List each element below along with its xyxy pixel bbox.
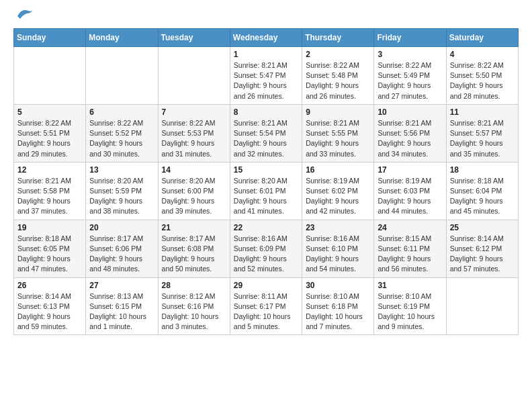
- calendar-week-row: 26Sunrise: 8:14 AM Sunset: 6:13 PM Dayli…: [14, 277, 519, 335]
- calendar-cell: 11Sunrise: 8:21 AM Sunset: 5:57 PM Dayli…: [446, 104, 518, 162]
- day-info: Sunrise: 8:20 AM Sunset: 5:59 PM Dayligh…: [89, 176, 154, 217]
- day-number: 28: [162, 281, 226, 290]
- calendar-cell: 9Sunrise: 8:21 AM Sunset: 5:55 PM Daylig…: [302, 104, 374, 162]
- day-info: Sunrise: 8:21 AM Sunset: 5:47 PM Dayligh…: [234, 60, 298, 101]
- day-info: Sunrise: 8:17 AM Sunset: 6:06 PM Dayligh…: [89, 234, 154, 275]
- day-number: 17: [378, 165, 442, 175]
- logo-bird-icon: [15, 7, 35, 21]
- calendar-cell: 4Sunrise: 8:22 AM Sunset: 5:50 PM Daylig…: [446, 47, 518, 105]
- calendar-header-tuesday: Tuesday: [158, 29, 230, 47]
- page: SundayMondayTuesdayWednesdayThursdayFrid…: [0, 0, 532, 347]
- day-info: Sunrise: 8:21 AM Sunset: 5:57 PM Dayligh…: [450, 118, 515, 159]
- calendar-week-row: 12Sunrise: 8:21 AM Sunset: 5:58 PM Dayli…: [14, 162, 519, 220]
- day-number: 16: [306, 165, 370, 175]
- calendar-cell: 29Sunrise: 8:11 AM Sunset: 6:17 PM Dayli…: [230, 277, 302, 335]
- day-info: Sunrise: 8:19 AM Sunset: 6:02 PM Dayligh…: [306, 176, 370, 217]
- calendar-cell: 27Sunrise: 8:13 AM Sunset: 6:15 PM Dayli…: [86, 277, 158, 335]
- day-number: 22: [234, 223, 298, 232]
- day-number: 31: [378, 281, 442, 290]
- calendar-cell: 25Sunrise: 8:14 AM Sunset: 6:12 PM Dayli…: [446, 220, 518, 277]
- calendar-cell: 23Sunrise: 8:16 AM Sunset: 6:10 PM Dayli…: [302, 220, 374, 277]
- calendar-cell: 31Sunrise: 8:10 AM Sunset: 6:19 PM Dayli…: [374, 277, 446, 335]
- day-info: Sunrise: 8:21 AM Sunset: 5:56 PM Dayligh…: [378, 118, 442, 159]
- calendar-cell: 26Sunrise: 8:14 AM Sunset: 6:13 PM Dayli…: [14, 277, 86, 335]
- day-number: 14: [162, 165, 226, 175]
- day-info: Sunrise: 8:18 AM Sunset: 6:04 PM Dayligh…: [450, 176, 515, 217]
- day-info: Sunrise: 8:14 AM Sunset: 6:13 PM Dayligh…: [17, 291, 82, 332]
- calendar-cell: 19Sunrise: 8:18 AM Sunset: 6:05 PM Dayli…: [14, 220, 86, 277]
- calendar-week-row: 1Sunrise: 8:21 AM Sunset: 5:47 PM Daylig…: [14, 47, 519, 105]
- day-info: Sunrise: 8:11 AM Sunset: 6:17 PM Dayligh…: [234, 291, 298, 332]
- day-number: 25: [450, 223, 515, 232]
- calendar-cell: 15Sunrise: 8:20 AM Sunset: 6:01 PM Dayli…: [230, 162, 302, 220]
- day-number: 24: [378, 223, 442, 232]
- calendar-cell: 21Sunrise: 8:17 AM Sunset: 6:08 PM Dayli…: [158, 220, 230, 277]
- calendar-cell: 17Sunrise: 8:19 AM Sunset: 6:03 PM Dayli…: [374, 162, 446, 220]
- day-info: Sunrise: 8:14 AM Sunset: 6:12 PM Dayligh…: [450, 234, 515, 275]
- day-info: Sunrise: 8:18 AM Sunset: 6:05 PM Dayligh…: [17, 234, 82, 275]
- day-info: Sunrise: 8:12 AM Sunset: 6:16 PM Dayligh…: [162, 291, 226, 332]
- day-number: 18: [450, 165, 515, 175]
- day-number: 10: [378, 107, 442, 117]
- calendar-cell: [86, 47, 158, 105]
- calendar-header-row: SundayMondayTuesdayWednesdayThursdayFrid…: [14, 29, 519, 47]
- day-info: Sunrise: 8:22 AM Sunset: 5:48 PM Dayligh…: [306, 60, 370, 101]
- day-info: Sunrise: 8:16 AM Sunset: 6:09 PM Dayligh…: [234, 234, 298, 275]
- day-info: Sunrise: 8:13 AM Sunset: 6:15 PM Dayligh…: [89, 291, 154, 332]
- day-number: 27: [89, 281, 154, 290]
- calendar-header-sunday: Sunday: [14, 29, 86, 47]
- day-info: Sunrise: 8:16 AM Sunset: 6:10 PM Dayligh…: [306, 234, 370, 275]
- day-number: 1: [234, 50, 298, 59]
- calendar: SundayMondayTuesdayWednesdayThursdayFrid…: [13, 28, 519, 335]
- calendar-cell: 16Sunrise: 8:19 AM Sunset: 6:02 PM Dayli…: [302, 162, 374, 220]
- calendar-header-monday: Monday: [86, 29, 158, 47]
- day-number: 20: [89, 223, 154, 232]
- calendar-cell: 2Sunrise: 8:22 AM Sunset: 5:48 PM Daylig…: [302, 47, 374, 105]
- calendar-week-row: 5Sunrise: 8:22 AM Sunset: 5:51 PM Daylig…: [14, 104, 519, 162]
- calendar-cell: 28Sunrise: 8:12 AM Sunset: 6:16 PM Dayli…: [158, 277, 230, 335]
- logo: [13, 12, 35, 21]
- day-number: 30: [306, 281, 370, 290]
- day-number: 5: [17, 107, 82, 117]
- day-number: 6: [89, 107, 154, 117]
- day-info: Sunrise: 8:21 AM Sunset: 5:58 PM Dayligh…: [17, 176, 82, 217]
- day-number: 12: [17, 165, 82, 175]
- day-number: 26: [17, 281, 82, 290]
- calendar-cell: 10Sunrise: 8:21 AM Sunset: 5:56 PM Dayli…: [374, 104, 446, 162]
- day-number: 3: [378, 50, 442, 59]
- calendar-cell: 5Sunrise: 8:22 AM Sunset: 5:51 PM Daylig…: [14, 104, 86, 162]
- calendar-cell: 13Sunrise: 8:20 AM Sunset: 5:59 PM Dayli…: [86, 162, 158, 220]
- calendar-cell: [14, 47, 86, 105]
- calendar-header-friday: Friday: [374, 29, 446, 47]
- calendar-cell: 30Sunrise: 8:10 AM Sunset: 6:18 PM Dayli…: [302, 277, 374, 335]
- day-info: Sunrise: 8:22 AM Sunset: 5:53 PM Dayligh…: [162, 118, 226, 159]
- day-number: 21: [162, 223, 226, 232]
- calendar-cell: 24Sunrise: 8:15 AM Sunset: 6:11 PM Dayli…: [374, 220, 446, 277]
- calendar-cell: 12Sunrise: 8:21 AM Sunset: 5:58 PM Dayli…: [14, 162, 86, 220]
- day-info: Sunrise: 8:21 AM Sunset: 5:55 PM Dayligh…: [306, 118, 370, 159]
- day-info: Sunrise: 8:10 AM Sunset: 6:18 PM Dayligh…: [306, 291, 370, 332]
- day-info: Sunrise: 8:19 AM Sunset: 6:03 PM Dayligh…: [378, 176, 442, 217]
- day-info: Sunrise: 8:22 AM Sunset: 5:52 PM Dayligh…: [89, 118, 154, 159]
- calendar-cell: 3Sunrise: 8:22 AM Sunset: 5:49 PM Daylig…: [374, 47, 446, 105]
- day-number: 19: [17, 223, 82, 232]
- day-number: 15: [234, 165, 298, 175]
- day-info: Sunrise: 8:10 AM Sunset: 6:19 PM Dayligh…: [378, 291, 442, 332]
- calendar-cell: 14Sunrise: 8:20 AM Sunset: 6:00 PM Dayli…: [158, 162, 230, 220]
- day-info: Sunrise: 8:21 AM Sunset: 5:54 PM Dayligh…: [234, 118, 298, 159]
- day-number: 2: [306, 50, 370, 59]
- day-info: Sunrise: 8:22 AM Sunset: 5:50 PM Dayligh…: [450, 60, 515, 101]
- day-info: Sunrise: 8:22 AM Sunset: 5:51 PM Dayligh…: [17, 118, 82, 159]
- day-number: 9: [306, 107, 370, 117]
- day-info: Sunrise: 8:22 AM Sunset: 5:49 PM Dayligh…: [378, 60, 442, 101]
- calendar-cell: 6Sunrise: 8:22 AM Sunset: 5:52 PM Daylig…: [86, 104, 158, 162]
- day-number: 7: [162, 107, 226, 117]
- calendar-cell: 7Sunrise: 8:22 AM Sunset: 5:53 PM Daylig…: [158, 104, 230, 162]
- calendar-cell: 18Sunrise: 8:18 AM Sunset: 6:04 PM Dayli…: [446, 162, 518, 220]
- day-number: 4: [450, 50, 515, 59]
- calendar-header-thursday: Thursday: [302, 29, 374, 47]
- calendar-cell: 20Sunrise: 8:17 AM Sunset: 6:06 PM Dayli…: [86, 220, 158, 277]
- calendar-cell: 1Sunrise: 8:21 AM Sunset: 5:47 PM Daylig…: [230, 47, 302, 105]
- day-number: 29: [234, 281, 298, 290]
- calendar-header-wednesday: Wednesday: [230, 29, 302, 47]
